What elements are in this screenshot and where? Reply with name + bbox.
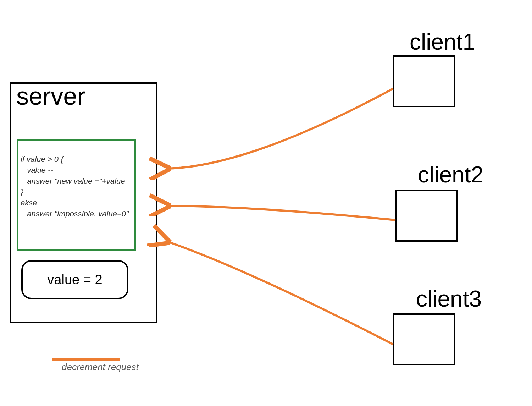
client2-box — [395, 190, 458, 242]
client1-label: client1 — [410, 29, 475, 55]
server-value-text: value = 2 — [47, 272, 102, 287]
arrow-client2 — [167, 206, 395, 220]
legend-line — [52, 358, 120, 361]
arrow-client1 — [167, 89, 393, 169]
client2-label: client2 — [418, 161, 483, 188]
server-code: if value > 0 { value -- answer "new valu… — [21, 154, 129, 220]
client1-box — [393, 55, 455, 107]
client3-label: client3 — [416, 286, 482, 312]
arrow-client3 — [167, 241, 393, 344]
client3-box — [393, 313, 455, 365]
legend-text: decrement request — [60, 362, 140, 373]
server-value-box: value = 2 — [21, 260, 128, 299]
server-label: server — [16, 82, 85, 110]
